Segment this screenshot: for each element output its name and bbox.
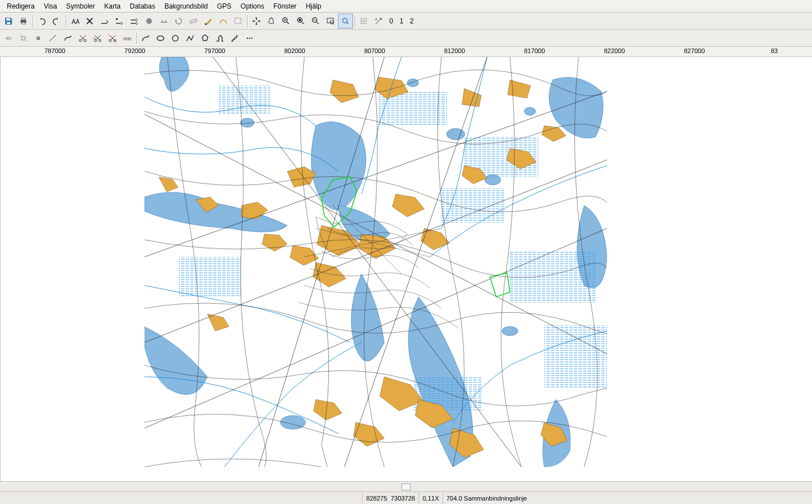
bridge-icon[interactable] bbox=[156, 14, 171, 29]
line-tool-icon[interactable] bbox=[46, 31, 61, 46]
svg-point-27 bbox=[157, 36, 164, 41]
menu-symboler[interactable]: Symboler bbox=[62, 1, 100, 11]
ruler-label: 822000 bbox=[604, 47, 625, 54]
mode-0-button[interactable]: 0 bbox=[386, 14, 396, 29]
menu-bar: Redigera Visa Symboler Karta Databas Bak… bbox=[0, 0, 812, 13]
scissors-split-icon[interactable] bbox=[90, 31, 105, 46]
svg-rect-9 bbox=[235, 18, 241, 23]
print-icon[interactable] bbox=[16, 14, 31, 29]
ruler-label: 797000 bbox=[204, 47, 226, 54]
map-canvas[interactable] bbox=[144, 57, 607, 467]
svg-point-34 bbox=[447, 128, 465, 140]
svg-rect-44 bbox=[544, 325, 607, 388]
polyline-icon[interactable] bbox=[183, 31, 198, 46]
svg-rect-19 bbox=[22, 37, 25, 40]
svg-rect-47 bbox=[179, 257, 242, 297]
polygon-icon[interactable] bbox=[198, 31, 212, 46]
svg-point-23 bbox=[94, 39, 97, 42]
menu-fonster[interactable]: Fönster bbox=[269, 1, 302, 11]
svg-point-24 bbox=[99, 39, 101, 42]
delete-icon[interactable] bbox=[82, 14, 97, 29]
svg-rect-0 bbox=[6, 18, 10, 21]
rotate-icon[interactable] bbox=[171, 14, 186, 29]
menu-gps[interactable]: GPS bbox=[212, 1, 236, 11]
curve-open-icon[interactable] bbox=[61, 31, 75, 46]
status-symbol: 704.0 Sammanbindningslinje bbox=[443, 492, 812, 504]
status-coordinates: 828275 7303728 bbox=[362, 492, 419, 504]
save-icon[interactable] bbox=[1, 14, 16, 29]
circle-icon[interactable] bbox=[168, 31, 183, 46]
menu-databas[interactable]: Databas bbox=[125, 1, 160, 11]
cut-direction-icon[interactable] bbox=[97, 14, 112, 29]
svg-point-25 bbox=[109, 39, 111, 42]
undo-icon[interactable] bbox=[34, 14, 49, 29]
reshape-icon[interactable] bbox=[112, 14, 127, 29]
menu-visa[interactable]: Visa bbox=[39, 1, 62, 11]
menu-redigera[interactable]: Redigera bbox=[2, 1, 39, 11]
svg-text:A: A bbox=[375, 18, 377, 21]
svg-rect-46 bbox=[219, 86, 270, 114]
scissors-line-icon[interactable] bbox=[105, 31, 120, 46]
svg-point-21 bbox=[79, 39, 82, 42]
grid-icon[interactable] bbox=[356, 14, 371, 29]
zoom-window-icon[interactable] bbox=[323, 14, 338, 29]
svg-rect-3 bbox=[22, 18, 25, 20]
svg-point-6 bbox=[146, 18, 152, 24]
redo-icon[interactable] bbox=[49, 14, 64, 29]
svg-point-8 bbox=[205, 23, 207, 25]
toolbar-primary: A 0 1 2 bbox=[0, 13, 812, 30]
cut-icon[interactable] bbox=[75, 31, 90, 46]
rect-tool-icon[interactable] bbox=[16, 31, 31, 46]
ruler-label: 802000 bbox=[284, 47, 305, 54]
area-icon[interactable] bbox=[231, 14, 246, 29]
measure-icon[interactable] bbox=[186, 14, 201, 29]
freehand-icon[interactable] bbox=[138, 31, 153, 46]
point-tool-icon[interactable] bbox=[1, 31, 16, 46]
ruler-label: 792000 bbox=[124, 47, 146, 54]
toolbar-drawing bbox=[0, 30, 812, 47]
menu-bakgrundsbild[interactable]: Bakgrundsbild bbox=[160, 1, 212, 11]
zoom-in-icon[interactable] bbox=[279, 14, 294, 29]
svg-point-37 bbox=[240, 118, 254, 127]
svg-point-40 bbox=[502, 326, 518, 336]
pan-drag-icon[interactable] bbox=[264, 14, 279, 29]
ruler-label: 787000 bbox=[45, 47, 66, 54]
svg-rect-45 bbox=[441, 188, 504, 223]
svg-rect-5 bbox=[116, 18, 118, 20]
status-coord-x: 828275 bbox=[366, 495, 387, 502]
svg-point-39 bbox=[280, 416, 305, 429]
horizontal-ruler: 7870007920007970008020008070008120008170… bbox=[0, 47, 812, 57]
zoom-all-icon[interactable] bbox=[338, 14, 353, 29]
stairs-icon[interactable] bbox=[227, 31, 242, 46]
snap-icon[interactable]: A bbox=[371, 14, 386, 29]
menu-options[interactable]: Options bbox=[236, 1, 268, 11]
find-icon[interactable] bbox=[67, 14, 82, 29]
menu-hjalp[interactable]: Hjälp bbox=[301, 1, 325, 11]
svg-rect-43 bbox=[510, 251, 596, 303]
square-tool-icon[interactable] bbox=[31, 31, 46, 46]
svg-point-28 bbox=[172, 35, 178, 41]
horizontal-scrollbar[interactable] bbox=[0, 481, 812, 491]
ruler-label: 83 bbox=[771, 47, 778, 54]
more-icon[interactable] bbox=[242, 31, 257, 46]
simplify-icon[interactable] bbox=[216, 14, 231, 29]
scrollbar-thumb[interactable] bbox=[401, 483, 411, 490]
mode-1-button[interactable]: 1 bbox=[396, 14, 407, 29]
svg-rect-20 bbox=[37, 37, 40, 40]
menu-karta[interactable]: Karta bbox=[100, 1, 126, 11]
ruler-label: 827000 bbox=[684, 47, 705, 54]
svg-point-31 bbox=[251, 37, 252, 38]
svg-rect-18 bbox=[7, 37, 10, 39]
building-icon[interactable] bbox=[212, 31, 227, 46]
fence-icon[interactable] bbox=[120, 31, 135, 46]
zoom-out-icon[interactable] bbox=[308, 14, 323, 29]
status-zoom: 0,11X bbox=[419, 492, 443, 504]
pan-icon[interactable] bbox=[249, 14, 264, 29]
mode-2-button[interactable]: 2 bbox=[407, 14, 417, 29]
merge-icon[interactable] bbox=[127, 14, 142, 29]
svg-point-29 bbox=[247, 37, 248, 38]
fill-icon[interactable] bbox=[142, 14, 156, 29]
ellipse-icon[interactable] bbox=[153, 31, 168, 46]
zoom-selected-icon[interactable] bbox=[294, 14, 308, 29]
edit-point-icon[interactable] bbox=[201, 14, 216, 29]
